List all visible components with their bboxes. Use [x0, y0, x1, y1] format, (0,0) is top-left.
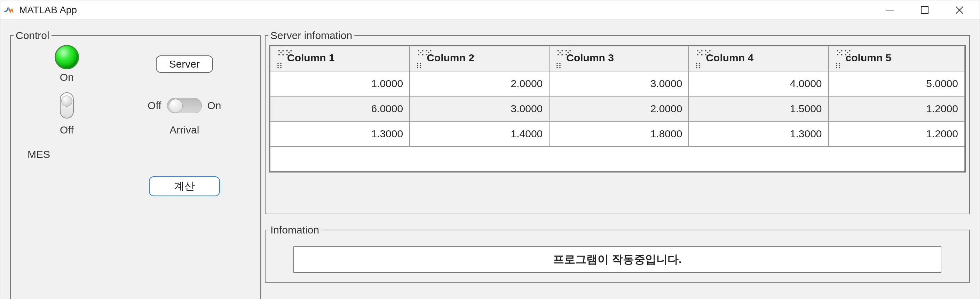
table-row: 1.3000 1.4000 1.8000 1.3000 1.2000 — [270, 121, 965, 146]
svg-point-21 — [559, 67, 561, 68]
svg-point-25 — [699, 65, 700, 66]
control-legend: Control — [14, 30, 51, 42]
svg-point-30 — [836, 65, 837, 66]
drag-handle-icon[interactable] — [416, 47, 423, 71]
svg-point-24 — [696, 65, 697, 66]
table-cell[interactable]: 1.2000 — [829, 96, 965, 121]
table-cell[interactable]: 3.0000 — [410, 96, 549, 121]
arrival-toggle[interactable] — [167, 98, 202, 113]
right-column: Server infomation Column 1 Column 2 Colu… — [265, 30, 970, 299]
window-title: MATLAB App — [19, 5, 77, 16]
server-info-legend: Server infomation — [268, 30, 354, 42]
server-button[interactable]: Server — [156, 55, 213, 73]
table-cell[interactable]: 5.0000 — [829, 71, 965, 96]
app-body: Control On Server Off On Off — [0, 20, 980, 299]
table-cell[interactable]: 2.0000 — [549, 96, 689, 121]
calculate-button[interactable]: 계산 — [149, 176, 220, 196]
svg-point-14 — [417, 67, 418, 68]
table-cell[interactable]: 1.0000 — [270, 71, 410, 96]
drag-handle-icon[interactable] — [556, 47, 563, 71]
svg-point-27 — [699, 67, 700, 68]
toggle-off-label: Off — [148, 100, 161, 112]
toggle-on-label: On — [207, 100, 221, 112]
table-cell[interactable]: 6.0000 — [270, 96, 410, 121]
rocker-off-label: Off — [60, 124, 73, 136]
status-lamp — [55, 45, 79, 69]
column-header: Column 3 — [549, 46, 689, 71]
arrival-toggle-group: Off On — [148, 98, 221, 113]
svg-rect-1 — [921, 6, 928, 14]
svg-point-7 — [280, 65, 282, 66]
column-header: column 5 — [829, 46, 965, 71]
rocker-switch[interactable] — [60, 92, 74, 118]
svg-point-22 — [696, 63, 697, 64]
svg-point-28 — [836, 63, 837, 64]
svg-point-17 — [559, 63, 561, 64]
svg-point-32 — [836, 67, 837, 68]
server-info-panel: Server infomation Column 1 Column 2 Colu… — [265, 30, 970, 214]
info-message: 프로그램이 작동중입니다. — [293, 246, 941, 273]
table-cell[interactable]: 1.4000 — [410, 121, 549, 146]
svg-point-11 — [420, 63, 421, 64]
column-header: Column 1 — [270, 46, 410, 71]
svg-point-4 — [277, 63, 279, 64]
table-cell[interactable]: 1.3000 — [270, 121, 410, 146]
drag-handle-icon[interactable] — [695, 47, 702, 71]
svg-point-10 — [417, 63, 418, 64]
maximize-button[interactable] — [907, 0, 942, 20]
app-window: MATLAB App Control On Server — [0, 0, 980, 299]
svg-point-6 — [277, 65, 279, 66]
titlebar: MATLAB App — [0, 0, 980, 20]
info-panel: Infomation 프로그램이 작동중입니다. — [265, 224, 970, 283]
control-panel: Control On Server Off On Off — [10, 30, 261, 299]
table-cell[interactable]: 1.3000 — [689, 121, 828, 146]
info-legend: Infomation — [268, 224, 321, 236]
table-cell[interactable]: 4.0000 — [689, 71, 828, 96]
svg-point-31 — [839, 65, 840, 66]
close-button[interactable] — [942, 0, 977, 20]
column-header: Column 4 — [689, 46, 828, 71]
svg-point-15 — [420, 67, 421, 68]
drag-handle-icon[interactable] — [277, 47, 284, 71]
svg-point-5 — [280, 63, 282, 64]
svg-point-12 — [417, 65, 418, 66]
svg-point-20 — [557, 67, 558, 68]
svg-point-9 — [280, 67, 282, 68]
svg-point-13 — [420, 65, 421, 66]
table-row: 6.0000 3.0000 2.0000 1.5000 1.2000 — [270, 96, 965, 121]
table-cell[interactable]: 2.0000 — [410, 71, 549, 96]
svg-point-8 — [277, 67, 279, 68]
status-lamp-group: On — [55, 45, 79, 83]
svg-point-19 — [559, 65, 561, 66]
table-cell[interactable]: 1.8000 — [549, 121, 689, 146]
table-empty-row — [270, 146, 965, 171]
rocker-switch-group — [60, 92, 74, 118]
arrival-label: Arrival — [169, 124, 199, 136]
table-cell[interactable]: 1.5000 — [689, 96, 828, 121]
svg-point-33 — [839, 67, 840, 68]
server-info-table[interactable]: Column 1 Column 2 Column 3 Column 4 colu… — [269, 45, 966, 173]
table-cell[interactable]: 3.0000 — [549, 71, 689, 96]
table-row: 1.0000 2.0000 3.0000 4.0000 5.0000 — [270, 71, 965, 96]
mes-label: MES — [18, 149, 50, 160]
svg-point-18 — [557, 65, 558, 66]
svg-point-29 — [839, 63, 840, 64]
drag-handle-icon[interactable] — [835, 47, 842, 71]
matlab-icon — [3, 5, 14, 16]
column-header: Column 2 — [410, 46, 549, 71]
table-cell[interactable]: 1.2000 — [829, 121, 965, 146]
status-lamp-label: On — [60, 72, 74, 83]
svg-point-16 — [557, 63, 558, 64]
svg-point-26 — [696, 67, 697, 68]
minimize-button[interactable] — [872, 0, 907, 20]
svg-point-23 — [699, 63, 700, 64]
